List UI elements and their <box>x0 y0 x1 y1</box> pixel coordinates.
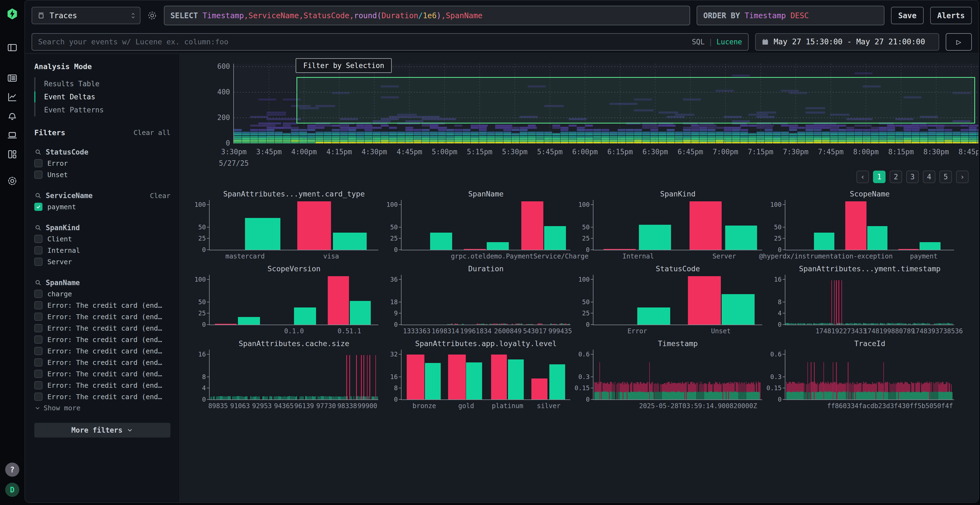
filter-option[interactable]: Error: The credit card (end… <box>34 345 170 357</box>
search-icon[interactable] <box>34 192 42 199</box>
hyperdx-logo[interactable] <box>6 8 19 20</box>
checkbox[interactable] <box>34 290 43 298</box>
filter-option[interactable]: Client <box>34 233 170 245</box>
panel-toggle-icon[interactable] <box>6 41 19 54</box>
clear-all-link[interactable]: Clear all <box>134 129 170 137</box>
search-icon[interactable] <box>34 224 42 232</box>
mini-chart-spanattributes-yment-card-type[interactable]: SpanAttributes...yment.card_type02550100… <box>191 190 379 259</box>
checkbox[interactable] <box>34 347 43 355</box>
show-more-link[interactable]: Show more <box>34 404 170 412</box>
checkbox[interactable] <box>34 313 43 321</box>
filter-option[interactable]: Error <box>34 157 170 169</box>
page-button-2[interactable]: 2 <box>889 171 902 183</box>
analysis-mode-item-event-deltas[interactable]: Event Deltas <box>35 91 170 103</box>
search-icon[interactable] <box>34 148 42 156</box>
settings-gear-icon[interactable] <box>6 175 19 187</box>
checkbox[interactable] <box>34 381 43 389</box>
checkbox[interactable] <box>34 235 43 243</box>
mini-chart-spanname[interactable]: SpanName02550100grpc.oteldemo.PaymentSer… <box>383 190 571 259</box>
user-avatar[interactable]: D <box>5 483 19 497</box>
bar <box>314 397 315 399</box>
mini-chart-traceid[interactable]: TraceId00.150.30.6ff860334facdb23d3f430f… <box>767 339 955 408</box>
checkbox[interactable] <box>34 335 43 344</box>
bar <box>220 396 220 399</box>
alerts-button[interactable]: Alerts <box>930 7 972 24</box>
save-button[interactable]: Save <box>891 7 923 24</box>
bar <box>344 397 344 399</box>
checkbox[interactable] <box>34 358 43 367</box>
checkbox[interactable] <box>34 171 43 179</box>
checkbox[interactable] <box>34 392 43 401</box>
analysis-mode-item-event-patterns[interactable]: Event Patterns <box>35 103 170 116</box>
filter-option[interactable]: Server <box>34 256 170 267</box>
search-icon[interactable] <box>34 279 42 286</box>
page-button-4[interactable]: 4 <box>923 171 935 183</box>
page-button-5[interactable]: 5 <box>939 171 952 183</box>
page-prev-button[interactable]: ‹ <box>856 171 869 183</box>
filter-option[interactable]: Error: The credit card (end… <box>34 334 170 345</box>
filter-option[interactable]: charge <box>34 288 170 300</box>
mini-chart-timestamp[interactable]: Timestamp00.150.30.62025-05-28T03:59:14.… <box>575 339 763 408</box>
checkbox[interactable] <box>34 246 43 254</box>
page-button-3[interactable]: 3 <box>906 171 919 183</box>
bar <box>320 396 320 399</box>
bar <box>239 396 239 399</box>
bar <box>326 396 326 399</box>
filter-option[interactable]: Error: The credit card (end… <box>34 357 170 368</box>
mini-chart-statuscode[interactable]: StatusCode02550100ErrorUnset <box>575 264 763 333</box>
mini-chart-spankind[interactable]: SpanKind02550100InternalServer <box>575 190 763 259</box>
analysis-mode-item-results-table[interactable]: Results Table <box>35 77 170 91</box>
dashboards-icon[interactable] <box>6 148 19 160</box>
filter-option[interactable]: Error: The credit card (end… <box>34 300 170 311</box>
filter-option[interactable]: Internal <box>34 245 170 256</box>
page-button-1[interactable]: 1 <box>873 171 886 183</box>
sessions-laptop-icon[interactable] <box>6 129 19 141</box>
filter-option[interactable]: payment <box>34 201 170 213</box>
select-query-input[interactable]: SELECT Timestamp,ServiceName,StatusCode,… <box>164 6 690 25</box>
tick-mark <box>399 388 401 388</box>
query-settings-gear-icon[interactable] <box>147 10 158 21</box>
mode-sql[interactable]: SQL <box>692 38 705 46</box>
date-range-picker[interactable]: May 27 15:30:00 - May 27 21:00:00 <box>755 33 939 51</box>
mini-chart-spanattributes-cache-size[interactable]: SpanAttributes.cache.size048168983591063… <box>191 339 379 408</box>
clear-group-link[interactable]: Clear <box>150 192 170 200</box>
order-by-input[interactable]: ORDER BY Timestamp DESC <box>697 6 885 25</box>
checkbox[interactable] <box>34 370 43 378</box>
filter-option[interactable]: Unset <box>34 169 170 180</box>
filter-option[interactable]: Error: The credit card (end… <box>34 368 170 380</box>
run-query-button[interactable]: ▷ <box>946 33 972 51</box>
source-selector[interactable]: Traces <box>32 7 140 24</box>
checkbox[interactable] <box>34 301 43 310</box>
mode-lucene[interactable]: Lucene <box>716 38 742 46</box>
mini-chart-duration[interactable]: Duration09183613333631698314199618342600… <box>383 264 571 333</box>
filter-option[interactable]: Error: The credit card (end… <box>34 391 170 402</box>
timeline-histogram[interactable]: Filter by Selection 5/27/25 60040020003:… <box>233 64 979 143</box>
bar <box>897 323 897 325</box>
filter-option[interactable]: Error: The credit card (end… <box>34 380 170 391</box>
filter-option[interactable]: Error: The credit card (end… <box>34 311 170 322</box>
checkbox[interactable] <box>34 159 43 167</box>
bar <box>802 323 803 325</box>
bar <box>493 324 495 325</box>
checkbox[interactable] <box>34 258 43 266</box>
help-button[interactable]: ? <box>5 462 19 477</box>
timeline-selection[interactable] <box>296 77 975 124</box>
bar <box>277 397 278 399</box>
mini-chart-scopeversion[interactable]: ScopeVersion025501000.1.00.51.1 <box>191 264 379 333</box>
chart-explorer-icon[interactable] <box>6 91 19 103</box>
logs-icon[interactable] <box>6 72 19 84</box>
filter-by-selection-tooltip[interactable]: Filter by Selection <box>296 58 392 73</box>
mini-chart-spanattributes-app-loyalty-level[interactable]: SpanAttributes.app.loyalty.level081632br… <box>383 339 571 408</box>
search-input[interactable]: Search your events w/ Lucene ex. column:… <box>32 33 749 51</box>
alerts-bell-icon[interactable] <box>6 110 19 122</box>
checkbox-checked[interactable] <box>34 203 43 211</box>
mini-chart-scopename[interactable]: ScopeName02550100@hyperdx/instrumentatio… <box>767 190 955 259</box>
bar <box>550 324 552 325</box>
filter-option[interactable]: Error: The credit card (end… <box>34 322 170 334</box>
checkbox[interactable] <box>34 324 43 332</box>
bar <box>242 397 243 399</box>
more-filters-button[interactable]: More filters <box>34 423 170 438</box>
mini-chart-spanattributes-yment-timestamp[interactable]: SpanAttributes...yment.timestamp04816174… <box>767 264 955 333</box>
page-next-button[interactable]: › <box>956 171 969 183</box>
mini-ytick-label: 0 <box>188 396 206 403</box>
